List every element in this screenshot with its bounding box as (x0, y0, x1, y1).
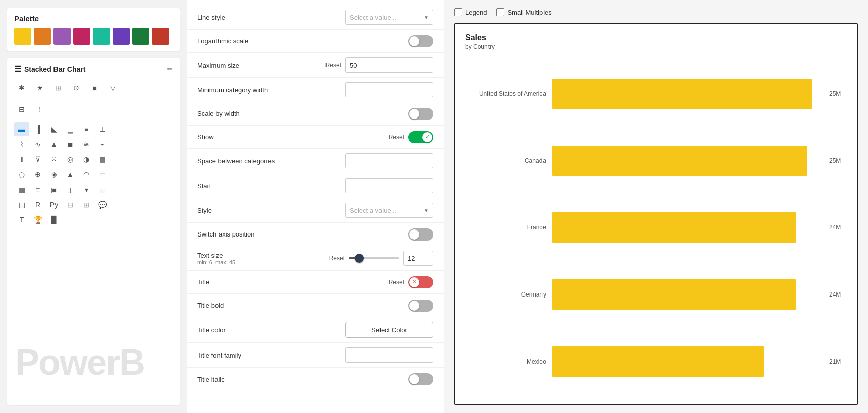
min-cat-width-input[interactable] (345, 82, 433, 97)
arrow-icon[interactable]: ▲ (63, 167, 78, 182)
bar-value-canada: 25M (829, 157, 847, 164)
calendar-icon[interactable]: ▦ (14, 183, 29, 197)
left-panel: Palette ☰ Stacked Bar Chart ✏ ✱ ★ ⊞ (0, 0, 187, 413)
bar-value-mexico: 21M (829, 358, 847, 365)
max-size-reset[interactable]: Reset (326, 62, 341, 69)
icon-row-6: ▤ R Py ⊟ ⊞ 💬 (14, 198, 173, 212)
asterisk-icon[interactable]: ✱ (14, 81, 29, 95)
line-style-arrow: ▼ (424, 15, 429, 20)
scale-width-toggle[interactable] (408, 108, 433, 120)
arc-icon[interactable]: ◠ (79, 167, 94, 182)
stacked-col-icon[interactable]: ≋ (79, 137, 94, 151)
show-reset[interactable]: Reset (389, 134, 404, 141)
line-chart-icon[interactable]: ⌇ (14, 137, 29, 151)
pie-icon[interactable]: ◑ (79, 152, 94, 166)
text-size-slider-thumb[interactable] (355, 254, 364, 263)
edit-icon[interactable]: ✏ (167, 65, 173, 73)
shape-map-icon[interactable]: ◈ (46, 167, 62, 182)
chart-type-header: ☰ Stacked Bar Chart ✏ (14, 64, 173, 74)
palette-swatch-5[interactable] (93, 28, 110, 45)
palette-swatch-7[interactable] (132, 28, 149, 45)
kpi-icon[interactable]: ▾ (79, 183, 94, 197)
text-size-label: Text size min: 6, max: 45 (197, 252, 329, 265)
chat-icon[interactable]: 💬 (95, 198, 110, 212)
donut-icon[interactable]: ◎ (63, 152, 78, 166)
clustered-bar-icon[interactable]: ≣ (63, 137, 78, 151)
chart-type-title: ☰ Stacked Bar Chart (14, 64, 85, 74)
image-icon[interactable]: ▣ (46, 183, 62, 197)
small-multiples-checkbox-item[interactable]: Small Multiples (496, 8, 551, 16)
palette-swatch-1[interactable] (14, 28, 31, 45)
small-multiples-checkbox[interactable] (496, 8, 504, 16)
text-r-icon[interactable]: R (30, 198, 45, 212)
text-size-reset[interactable]: Reset (329, 255, 345, 262)
star-icon[interactable]: ★ (32, 81, 47, 95)
slicer-icon[interactable]: ⊟ (63, 198, 78, 212)
cluster-icon[interactable]: ⊞ (79, 198, 94, 212)
monitor-icon[interactable]: ▣ (87, 81, 102, 95)
palette-colors (14, 28, 173, 45)
legend-checkbox[interactable] (454, 8, 462, 16)
min-cat-width-label: Minimum category width (197, 86, 345, 94)
space-input[interactable] (345, 153, 433, 168)
legend-label: Legend (465, 9, 487, 16)
palette-swatch-3[interactable] (53, 28, 71, 45)
scatter-icon[interactable]: ⁞ (32, 102, 47, 116)
title-toggle[interactable]: ✕ (408, 276, 433, 288)
settings-row-style: Style Select a value... ▼ (187, 198, 444, 223)
card-icon[interactable]: ▭ (95, 167, 110, 182)
log-scale-toggle[interactable] (408, 35, 433, 47)
switch-axis-label: Switch axis position (197, 230, 408, 238)
max-size-control: Reset (326, 57, 433, 73)
combo-chart-icon[interactable]: ≡ (79, 122, 94, 136)
table-icon[interactable]: ⊟ (14, 102, 29, 116)
title-italic-toggle[interactable] (408, 373, 433, 385)
circle-icon[interactable]: ⊙ (69, 81, 84, 95)
title-font-input[interactable] (345, 347, 433, 363)
grid-icon[interactable]: ⊞ (50, 81, 66, 95)
filter-icon[interactable]: ▽ (105, 81, 120, 95)
scatter-plot-icon[interactable]: ⁙ (46, 152, 62, 166)
bar-group-icon[interactable]: ▉ (46, 213, 62, 227)
stacked-bar-chart-icon[interactable]: ▬ (14, 122, 29, 136)
start-input[interactable] (345, 178, 433, 193)
select-color-button[interactable]: Select Color (345, 322, 433, 338)
style-dropdown[interactable]: Select a value... ▼ (345, 203, 433, 218)
legend-checkbox-item[interactable]: Legend (454, 8, 487, 16)
switch-axis-toggle[interactable] (408, 228, 433, 241)
text-size-input[interactable] (403, 251, 433, 266)
sparkline-icon[interactable]: ⌁ (95, 137, 110, 151)
min-cat-width-control (345, 82, 433, 97)
trophy-icon[interactable]: 🏆 (30, 213, 45, 227)
palette-swatch-4[interactable] (73, 28, 90, 45)
column-chart-icon[interactable]: ▁ (63, 122, 78, 136)
funnel-icon[interactable]: ⊽ (30, 152, 45, 166)
palette-swatch-8[interactable] (152, 28, 169, 45)
text-box-icon[interactable]: T (14, 213, 29, 227)
stacked-area-icon[interactable]: ▲ (46, 137, 62, 151)
table2-icon[interactable]: ▤ (95, 183, 110, 197)
title-reset[interactable]: Reset (389, 279, 404, 286)
line-style-control: Select a value... ▼ (345, 10, 433, 25)
treemap-icon[interactable]: ▦ (95, 152, 110, 166)
stacked-bar-icon: ☰ (14, 64, 21, 74)
waterfall-icon[interactable]: ⊥ (95, 122, 110, 136)
max-size-input[interactable] (345, 57, 433, 73)
palette-swatch-6[interactable] (113, 28, 130, 45)
map-icon[interactable]: ⊕ (30, 167, 45, 182)
gauge-icon[interactable]: ◌ (14, 167, 29, 182)
bar-fill-canada (552, 146, 807, 176)
matrix-icon[interactable]: ≡ (30, 183, 45, 197)
py-icon[interactable]: Py (46, 198, 62, 212)
palette-swatch-2[interactable] (34, 28, 51, 45)
line-style-dropdown[interactable]: Select a value... ▼ (345, 10, 433, 25)
title-bold-toggle[interactable] (408, 300, 433, 312)
show-toggle[interactable]: ✓ (408, 131, 433, 143)
bar-track-mexico (552, 346, 823, 377)
decomp-icon[interactable]: ◫ (63, 183, 78, 197)
ribbon-chart-icon[interactable]: ∿ (30, 137, 45, 151)
bar-chart-icon[interactable]: ▐ (30, 122, 45, 136)
area-chart-icon[interactable]: ◣ (46, 122, 62, 136)
table3-icon[interactable]: ▤ (14, 198, 29, 212)
histogram-icon[interactable]: ⫿ (14, 152, 29, 166)
